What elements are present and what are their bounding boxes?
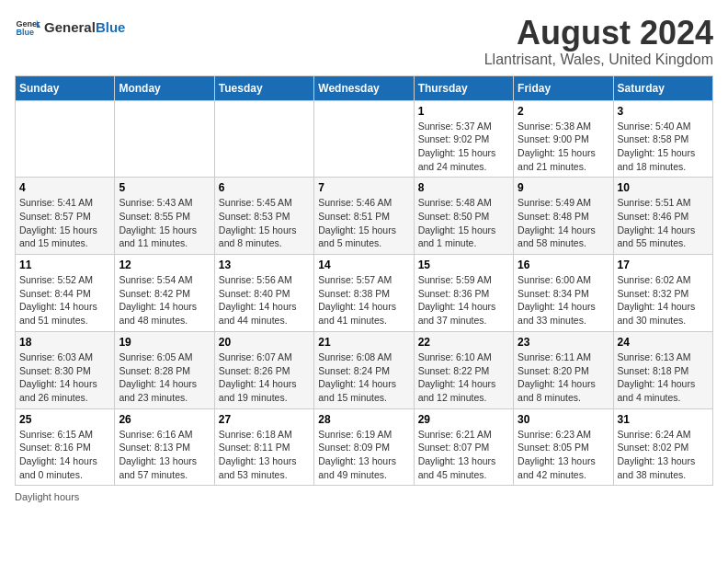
day-number: 25	[19, 413, 110, 426]
day-detail: Sunrise: 5:57 AMSunset: 8:38 PMDaylight:…	[318, 273, 409, 327]
day-header-wednesday: Wednesday	[314, 75, 414, 100]
day-number: 12	[119, 259, 210, 271]
day-number: 29	[418, 413, 509, 426]
day-detail: Sunrise: 6:21 AMSunset: 8:07 PMDaylight:…	[418, 428, 509, 482]
day-detail: Sunrise: 6:16 AMSunset: 8:13 PMDaylight:…	[119, 428, 210, 482]
calendar-week-1: 1Sunrise: 5:37 AMSunset: 9:02 PMDaylight…	[16, 100, 713, 178]
day-header-sunday: Sunday	[16, 75, 115, 100]
calendar-cell: 27Sunrise: 6:18 AMSunset: 8:11 PMDayligh…	[214, 408, 313, 486]
calendar-cell: 3Sunrise: 5:40 AMSunset: 8:58 PMDaylight…	[613, 100, 712, 178]
day-detail: Sunrise: 6:02 AMSunset: 8:32 PMDaylight:…	[618, 273, 709, 327]
day-number: 26	[119, 413, 210, 426]
day-number: 8	[418, 181, 509, 194]
day-number: 24	[618, 336, 709, 349]
calendar-cell: 18Sunrise: 6:03 AMSunset: 8:30 PMDayligh…	[16, 331, 115, 408]
day-number: 17	[618, 259, 709, 271]
day-number: 27	[219, 413, 310, 426]
calendar-week-3: 11Sunrise: 5:52 AMSunset: 8:44 PMDayligh…	[16, 255, 713, 332]
calendar-cell: 14Sunrise: 5:57 AMSunset: 8:38 PMDayligh…	[314, 255, 414, 332]
day-detail: Sunrise: 5:54 AMSunset: 8:42 PMDaylight:…	[119, 273, 210, 327]
calendar-cell: 13Sunrise: 5:56 AMSunset: 8:40 PMDayligh…	[214, 255, 313, 332]
calendar-cell	[314, 100, 414, 178]
calendar-cell: 11Sunrise: 5:52 AMSunset: 8:44 PMDayligh…	[16, 255, 115, 332]
calendar-cell: 7Sunrise: 5:46 AMSunset: 8:51 PMDaylight…	[314, 178, 414, 255]
calendar-cell: 5Sunrise: 5:43 AMSunset: 8:55 PMDaylight…	[115, 178, 214, 255]
day-number: 6	[219, 181, 310, 194]
calendar-table: SundayMondayTuesdayWednesdayThursdayFrid…	[15, 75, 713, 487]
calendar-header-row: SundayMondayTuesdayWednesdayThursdayFrid…	[16, 75, 713, 100]
day-detail: Sunrise: 6:23 AMSunset: 8:05 PMDaylight:…	[518, 428, 609, 482]
calendar-cell: 15Sunrise: 5:59 AMSunset: 8:36 PMDayligh…	[414, 255, 513, 332]
day-detail: Sunrise: 6:18 AMSunset: 8:11 PMDaylight:…	[219, 428, 310, 482]
day-detail: Sunrise: 5:40 AMSunset: 8:58 PMDaylight:…	[618, 120, 709, 174]
day-header-friday: Friday	[514, 75, 613, 100]
day-number: 31	[618, 413, 709, 426]
logo-icon: General Blue	[15, 15, 40, 40]
calendar-cell: 29Sunrise: 6:21 AMSunset: 8:07 PMDayligh…	[414, 408, 513, 486]
day-number: 20	[219, 336, 310, 349]
calendar-week-4: 18Sunrise: 6:03 AMSunset: 8:30 PMDayligh…	[16, 331, 713, 408]
day-number: 28	[318, 413, 409, 426]
day-detail: Sunrise: 6:05 AMSunset: 8:28 PMDaylight:…	[119, 350, 210, 405]
calendar-cell	[16, 100, 115, 178]
calendar-cell: 28Sunrise: 6:19 AMSunset: 8:09 PMDayligh…	[314, 408, 414, 486]
calendar-week-2: 4Sunrise: 5:41 AMSunset: 8:57 PMDaylight…	[16, 178, 713, 255]
day-number: 10	[618, 181, 709, 194]
calendar-cell: 12Sunrise: 5:54 AMSunset: 8:42 PMDayligh…	[115, 255, 214, 332]
day-number: 2	[518, 105, 609, 118]
day-detail: Sunrise: 5:49 AMSunset: 8:48 PMDaylight:…	[518, 196, 609, 250]
day-header-saturday: Saturday	[613, 75, 712, 100]
day-number: 13	[219, 259, 310, 271]
day-detail: Sunrise: 5:43 AMSunset: 8:55 PMDaylight:…	[119, 196, 210, 250]
calendar-cell: 24Sunrise: 6:13 AMSunset: 8:18 PMDayligh…	[613, 331, 712, 408]
calendar-cell: 22Sunrise: 6:10 AMSunset: 8:22 PMDayligh…	[414, 331, 513, 408]
day-detail: Sunrise: 6:07 AMSunset: 8:26 PMDaylight:…	[219, 350, 310, 405]
calendar-cell	[115, 100, 214, 178]
calendar-cell: 19Sunrise: 6:05 AMSunset: 8:28 PMDayligh…	[115, 331, 214, 408]
day-detail: Sunrise: 5:37 AMSunset: 9:02 PMDaylight:…	[418, 120, 509, 174]
svg-text:Blue: Blue	[16, 28, 34, 37]
day-number: 14	[318, 259, 409, 271]
day-number: 9	[518, 181, 609, 194]
day-detail: Sunrise: 6:03 AMSunset: 8:30 PMDaylight:…	[19, 350, 110, 405]
calendar-cell: 9Sunrise: 5:49 AMSunset: 8:48 PMDaylight…	[514, 178, 613, 255]
day-header-tuesday: Tuesday	[214, 75, 313, 100]
day-header-monday: Monday	[115, 75, 214, 100]
logo-general: General	[44, 19, 96, 35]
day-number: 16	[518, 259, 609, 271]
calendar-cell: 23Sunrise: 6:11 AMSunset: 8:20 PMDayligh…	[514, 331, 613, 408]
day-number: 21	[318, 336, 409, 349]
calendar-week-5: 25Sunrise: 6:15 AMSunset: 8:16 PMDayligh…	[16, 408, 713, 486]
day-detail: Sunrise: 5:56 AMSunset: 8:40 PMDaylight:…	[219, 273, 310, 327]
day-number: 7	[318, 181, 409, 194]
calendar-cell: 26Sunrise: 6:16 AMSunset: 8:13 PMDayligh…	[115, 408, 214, 486]
day-detail: Sunrise: 5:59 AMSunset: 8:36 PMDaylight:…	[418, 273, 509, 327]
day-number: 1	[418, 105, 509, 118]
calendar-cell: 8Sunrise: 5:48 AMSunset: 8:50 PMDaylight…	[414, 178, 513, 255]
calendar-cell	[214, 100, 313, 178]
day-number: 22	[418, 336, 509, 349]
day-detail: Sunrise: 6:15 AMSunset: 8:16 PMDaylight:…	[19, 428, 110, 482]
header: General Blue GeneralBlue August 2024 Lla…	[15, 15, 713, 68]
day-number: 30	[518, 413, 609, 426]
day-detail: Sunrise: 6:10 AMSunset: 8:22 PMDaylight:…	[418, 350, 509, 405]
calendar-cell: 6Sunrise: 5:45 AMSunset: 8:53 PMDaylight…	[214, 178, 313, 255]
title-area: August 2024 Llantrisant, Wales, United K…	[484, 15, 713, 68]
calendar-cell: 4Sunrise: 5:41 AMSunset: 8:57 PMDaylight…	[16, 178, 115, 255]
subtitle: Llantrisant, Wales, United Kingdom	[484, 52, 713, 68]
day-detail: Sunrise: 6:13 AMSunset: 8:18 PMDaylight:…	[618, 350, 709, 405]
day-detail: Sunrise: 6:11 AMSunset: 8:20 PMDaylight:…	[518, 350, 609, 405]
footer-note: Daylight hours	[15, 491, 713, 502]
calendar-cell: 30Sunrise: 6:23 AMSunset: 8:05 PMDayligh…	[514, 408, 613, 486]
day-detail: Sunrise: 6:08 AMSunset: 8:24 PMDaylight:…	[318, 350, 409, 405]
day-number: 15	[418, 259, 509, 271]
logo: General Blue GeneralBlue	[15, 15, 125, 40]
day-number: 5	[119, 181, 210, 194]
logo-blue: Blue	[96, 19, 126, 35]
calendar-cell: 25Sunrise: 6:15 AMSunset: 8:16 PMDayligh…	[16, 408, 115, 486]
day-detail: Sunrise: 5:52 AMSunset: 8:44 PMDaylight:…	[19, 273, 110, 327]
calendar-cell: 16Sunrise: 6:00 AMSunset: 8:34 PMDayligh…	[514, 255, 613, 332]
calendar-cell: 1Sunrise: 5:37 AMSunset: 9:02 PMDaylight…	[414, 100, 513, 178]
day-detail: Sunrise: 6:19 AMSunset: 8:09 PMDaylight:…	[318, 428, 409, 482]
day-detail: Sunrise: 5:48 AMSunset: 8:50 PMDaylight:…	[418, 196, 509, 250]
